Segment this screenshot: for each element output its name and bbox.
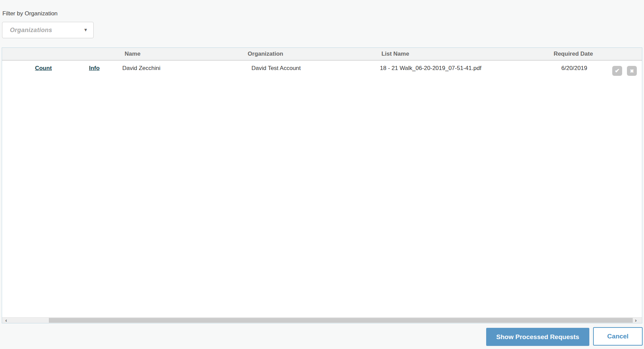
approve-button[interactable]: ✔: [612, 66, 622, 76]
pending-requests-table: Name Organization List Name Required Dat…: [2, 47, 642, 323]
chevron-down-icon: ▼: [83, 27, 88, 32]
chevron-right-icon: ›: [635, 317, 637, 323]
table-header-row: Name Organization List Name Required Dat…: [2, 48, 642, 60]
horizontal-scrollbar[interactable]: ‹ ›: [2, 317, 642, 323]
chevron-left-icon: ‹: [5, 317, 7, 323]
reject-button[interactable]: ✖: [627, 66, 637, 76]
column-header-name: Name: [125, 51, 140, 57]
check-icon: ✔: [615, 67, 619, 74]
scroll-right-button[interactable]: ›: [632, 318, 639, 323]
row-list-name-value: 18 - 21 Walk_06-20-2019_07-51-41.pdf: [380, 65, 481, 72]
column-header-list-name: List Name: [381, 51, 409, 57]
column-header-organization: Organization: [248, 51, 283, 57]
count-link[interactable]: Count: [35, 65, 52, 72]
row-name-value: David Zecchini: [122, 65, 161, 72]
organizations-dropdown-placeholder: Organizations: [10, 27, 52, 34]
info-link[interactable]: Info: [89, 65, 99, 72]
table-row: Count Info David Zecchini David Test Acc…: [2, 60, 642, 78]
column-header-required-date: Required Date: [553, 51, 593, 57]
show-processed-requests-button[interactable]: Show Processed Requests: [486, 328, 589, 346]
cancel-button[interactable]: Cancel: [593, 327, 643, 346]
row-required-date-value: 6/20/2019: [561, 65, 587, 72]
scrollbar-thumb[interactable]: [49, 318, 633, 323]
organizations-dropdown[interactable]: Organizations ▼: [2, 22, 94, 38]
scroll-left-button[interactable]: ‹: [3, 318, 10, 323]
row-organization-value: David Test Account: [251, 65, 301, 72]
filter-by-organization-label: Filter by Organization: [2, 10, 58, 17]
x-icon: ✖: [630, 68, 634, 74]
